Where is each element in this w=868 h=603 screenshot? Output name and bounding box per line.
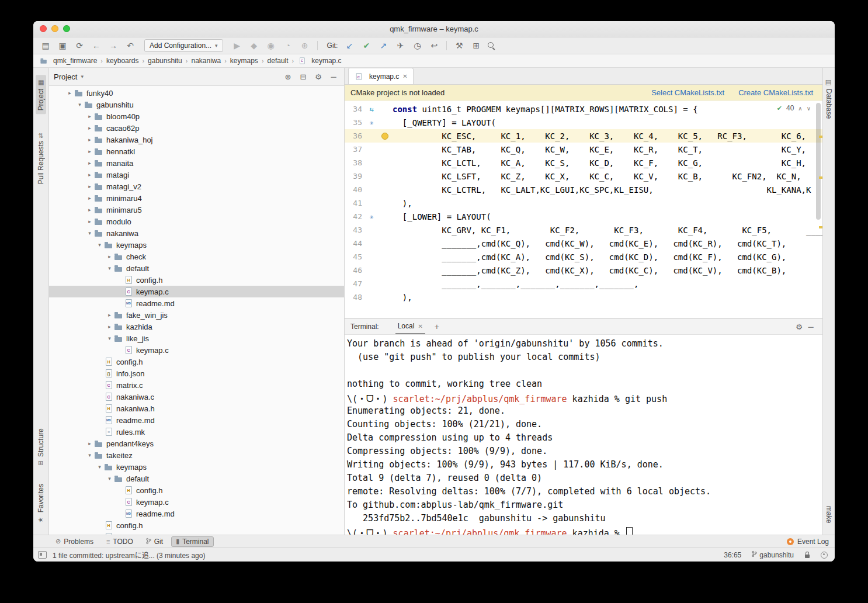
search-icon[interactable] [487,41,496,50]
toolwindow-todo-button[interactable]: ≡ TODO [102,536,138,547]
breadcrumb-item[interactable]: qmk_firmware [39,56,97,65]
terminal-output[interactable]: Your branch is ahead of 'origin/gabunshi… [345,335,822,535]
toolwindow-switcher-icon[interactable] [38,551,47,559]
chevron-down-icon[interactable]: ▾ [85,230,94,236]
wrench-icon[interactable]: ⚒ [453,40,466,51]
toolwindow-project-button[interactable]: Project ▦ [36,75,46,114]
code-line[interactable]: 44 _______,cmd(KC_Q), cmd(KC_W), cmd(KC_… [345,237,822,250]
code-line[interactable]: 38 KC_LCTL, KC_A, KC_S, KC_D, KC_F, KC_G… [345,156,822,169]
editor-tab-keymap[interactable]: C keymap.c ✕ [348,68,414,84]
tree-item[interactable]: ▸modulo [49,216,344,227]
tree-item[interactable]: ▸manaita [49,157,344,169]
debug-icon[interactable]: ◆ [248,40,261,51]
code-line[interactable]: 46 _______,cmd(KC_Z), cmd(KC_X), cmd(KC_… [345,264,822,277]
editor-scrollbar[interactable] [816,103,821,220]
warning-stripe-mark[interactable] [819,226,822,228]
close-tab-icon[interactable]: ✕ [402,73,407,79]
next-problem-icon[interactable]: ∨ [807,105,811,112]
chevron-right-icon[interactable]: ▸ [85,148,94,154]
terminal-settings-gear-icon[interactable]: ⚙ [793,323,805,331]
save-all-icon[interactable]: ▣ [56,40,69,51]
git-branch-widget[interactable]: gabunshitu [752,550,794,559]
chevron-right-icon[interactable]: ▸ [85,160,94,166]
chevron-right-icon[interactable]: ▸ [85,183,94,189]
tree-item[interactable]: ▸check [49,251,344,262]
breadcrumb-item[interactable]: nakaniwa [191,57,221,65]
inspections-widget[interactable]: ✔ 40 ∧ ∨ [775,103,813,113]
tree-item[interactable]: ▾default [49,262,344,274]
tree-item[interactable]: Hconfig.h [49,274,344,286]
chevron-down-icon[interactable]: ▾ [81,74,84,79]
tree-item[interactable]: ▾keymaps [49,461,344,473]
chevron-right-icon[interactable]: ▸ [105,254,114,259]
project-tree[interactable]: ▸funky40▾gabunshitu▸bloom40p▸cacao62p▸ha… [49,86,344,535]
chevron-right-icon[interactable]: ▸ [85,113,94,119]
rollback-icon[interactable]: ↩ [428,40,440,51]
tree-item[interactable]: {}info.json [49,368,344,379]
tree-item[interactable]: ▸fake_win_jis [49,309,344,321]
chevron-down-icon[interactable]: ▾ [105,265,114,271]
tree-item[interactable]: ▾like_jis [49,332,344,344]
code-line[interactable]: 40 KC_LCTRL, KC_LALT,KC_LGUI,KC_SPC,KL_E… [345,183,822,196]
tree-item[interactable]: ▸matagi_v2 [49,181,344,192]
toolwindow-favorites-button[interactable]: ★ Favorites [36,480,46,526]
tree-item[interactable]: ▸minimaru5 [49,204,344,216]
code-line[interactable]: 47 _______,_______,_______,_______,_____… [345,277,822,290]
code-line[interactable]: 37 KC_TAB, KC_Q, KC_W, KC_E, KC_R, KC_T,… [345,143,822,156]
undo-icon[interactable]: ↶ [124,40,137,51]
toolwindow-problems-button[interactable]: ⊘ Problems [51,536,98,547]
chevron-right-icon[interactable]: ▸ [85,137,94,143]
code-editor[interactable]: 34⇆const uint16_t PROGMEM keymaps[][MATR… [345,100,822,318]
code-line[interactable]: 48 ), [345,290,822,304]
code-line[interactable]: 35✳ [_QWERTY] = LAYOUT( [345,116,822,129]
tree-item[interactable]: ▾keymaps [49,239,344,251]
tree-item[interactable]: MDreadme.md [49,414,344,426]
terminal-tab-local[interactable]: Local ✕ [395,319,425,334]
toolwindow-database-button[interactable]: ▤ Database [824,75,834,122]
collapse-all-icon[interactable]: ⊟ [297,71,309,82]
tree-item[interactable]: MDreadme.md [49,297,344,309]
chevron-right-icon[interactable]: ▸ [105,324,114,330]
tree-item[interactable]: ▸hennatkl [49,145,344,157]
toolwindow-pull-requests-button[interactable]: Pull Requests ⇅ [36,129,46,188]
project-panel-title[interactable]: Project [54,72,77,81]
chevron-down-icon[interactable]: ▾ [85,452,94,458]
shelve-icon[interactable]: ✈ [394,40,407,51]
inspections-indicator-icon[interactable] [821,552,828,559]
hide-panel-icon[interactable]: ─ [328,71,339,82]
close-window-button[interactable] [40,25,47,32]
chevron-down-icon[interactable]: ▾ [95,242,104,248]
warning-stripe-mark[interactable] [819,176,822,179]
tree-item[interactable]: ≡rules.mk [49,426,344,438]
code-line[interactable]: 34⇆const uint16_t PROGMEM keymaps[][MATR… [345,102,822,116]
tree-item[interactable]: Hconfig.h [49,519,344,531]
breadcrumb-item[interactable]: keymaps [230,57,258,65]
tree-item[interactable]: Cnakaniwa.c [49,391,344,403]
intention-bulb-icon[interactable] [377,133,393,140]
chevron-right-icon[interactable]: ▸ [65,90,74,96]
chevron-right-icon[interactable]: ▸ [85,172,94,178]
sync-icon[interactable]: ⟳ [73,40,86,51]
breadcrumb-item[interactable]: gabunshitu [148,57,182,65]
zoom-window-button[interactable] [63,25,70,32]
hide-terminal-icon[interactable]: ─ [805,323,817,331]
open-icon[interactable]: ▤ [39,40,52,51]
layout-icon[interactable]: ⊞ [470,40,482,51]
run-icon[interactable]: ▶ [231,40,244,51]
readonly-lock-icon[interactable] [804,552,810,559]
chevron-right-icon[interactable]: ▸ [85,195,94,201]
tree-item[interactable]: ▸hakaniwa_hoj [49,134,344,145]
status-message[interactable]: 1 file committed: upstreamに追... (3 minut… [53,550,205,560]
breadcrumb-item[interactable]: default [268,57,289,65]
prev-problem-icon[interactable]: ∧ [798,105,802,112]
tree-item[interactable]: ▾default [49,473,344,484]
breadcrumb-item[interactable]: Ckeymap.c [297,56,341,65]
tree-item[interactable]: Hconfig.h [49,484,344,496]
toolwindow-terminal-button[interactable]: ▮ Terminal [171,536,213,547]
toolwindow-git-button[interactable]: Git [141,536,168,547]
update-project-icon[interactable]: ↙ [343,40,356,51]
tree-item[interactable]: ▸matagi [49,169,344,181]
caret-position[interactable]: 36:65 [724,551,741,559]
terminal-cursor[interactable] [626,527,633,535]
chevron-right-icon[interactable]: ▸ [85,441,94,446]
